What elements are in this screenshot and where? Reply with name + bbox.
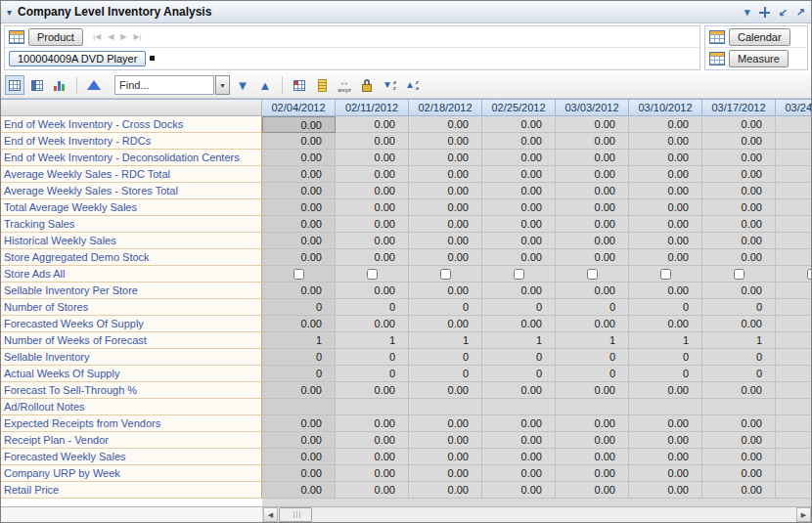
grid-cell[interactable]: 0.00 (556, 465, 629, 482)
grid-view-button[interactable] (5, 75, 24, 95)
row-header[interactable]: Sellable Inventory (1, 349, 262, 366)
grid-cell[interactable]: 0 (629, 366, 702, 382)
grid-cell[interactable]: 0 (482, 366, 556, 382)
last-member-button[interactable]: ▶| (133, 32, 141, 41)
grid-cell[interactable]: 0.00 (262, 382, 336, 399)
grid-cell[interactable]: 0.00 (336, 249, 409, 266)
grid-cell[interactable]: 0.00 (336, 316, 409, 332)
grid-cell[interactable]: 0.00 (556, 432, 629, 449)
grid-cell[interactable]: 0.00 (336, 166, 409, 183)
grid-cell[interactable]: 0.00 (262, 166, 336, 183)
menu-caret-icon[interactable]: ▾ (744, 6, 750, 19)
grid-cell[interactable]: 0.00 (556, 249, 629, 266)
grid-cell[interactable]: 0.00 (262, 183, 336, 199)
show-attributes-button[interactable] (312, 75, 332, 95)
product-dimension-icon[interactable] (9, 30, 24, 44)
grid-cell[interactable]: 0 (629, 299, 702, 316)
row-header[interactable]: Tracking Sales (1, 216, 262, 233)
grid-cell[interactable]: 0.00 (262, 199, 336, 216)
grid-cell[interactable]: 0 (702, 349, 776, 366)
grid-cell[interactable]: 0.00 (409, 415, 482, 432)
grid-cell[interactable]: 0.00 (336, 283, 409, 299)
grid-cell[interactable] (482, 399, 556, 415)
grid-cell[interactable]: 0.00 (556, 116, 629, 133)
grid-cell[interactable]: 0.00 (702, 150, 776, 166)
row-header[interactable]: Number of Stores (1, 299, 262, 316)
grid-cell[interactable]: 0.00 (336, 465, 409, 482)
grid-cell[interactable]: 1 (776, 332, 811, 349)
grid-cell[interactable]: 0.00 (409, 216, 482, 233)
grid-cell[interactable]: 0.00 (702, 415, 776, 432)
grid-cell[interactable]: 0.00 (629, 283, 702, 299)
scroll-right-icon[interactable]: ▶ (796, 507, 811, 522)
grid-cell[interactable]: 0.00 (629, 449, 702, 465)
grid-cell[interactable]: 0 (409, 349, 482, 366)
grid-cell[interactable]: 0.00 (262, 465, 336, 482)
grid-cell[interactable]: 1 (702, 332, 776, 349)
grid-cell[interactable]: 0.00 (556, 133, 629, 150)
grid-cell[interactable]: 0.00 (556, 283, 629, 299)
grid-cell[interactable]: 0.00 (336, 449, 409, 465)
row-header[interactable]: Average Weekly Sales - RDC Total (1, 166, 262, 183)
fit-width-button[interactable]: ↔ wxyz (335, 75, 354, 95)
grid-cell[interactable]: 0.00 (262, 415, 336, 432)
grid-cell[interactable]: 0.00 (702, 199, 776, 216)
grid-cell[interactable]: 0.00 (702, 482, 776, 499)
find-dropdown-icon[interactable]: ▼ (215, 75, 230, 95)
grid-cell[interactable]: 0 (702, 299, 776, 316)
grid-cell[interactable]: 0.00 (336, 233, 409, 249)
grid-cell[interactable]: 0 (262, 299, 336, 316)
graph-button[interactable] (84, 75, 104, 95)
grid-cell[interactable]: 0 (629, 349, 702, 366)
previous-member-button[interactable]: ◀ (108, 32, 113, 41)
chart-view-button[interactable] (50, 75, 69, 95)
row-header[interactable]: Forecasted Weekly Sales (1, 449, 262, 465)
grid-cell[interactable]: 0.00 (776, 415, 811, 432)
grid-cell[interactable] (336, 266, 409, 283)
grid-cell[interactable]: 0 (482, 349, 556, 366)
grid-cell[interactable]: 0.00 (702, 449, 776, 465)
grid-cell[interactable]: 0.00 (336, 183, 409, 199)
row-header[interactable]: Store Aggregated Demo Stock (1, 249, 262, 266)
grid-cell[interactable]: 0.00 (262, 116, 336, 133)
grid-cell[interactable]: 0.00 (776, 249, 811, 266)
grid-cell[interactable]: 0.00 (409, 316, 482, 332)
store-ads-checkbox[interactable] (807, 269, 812, 280)
grid-cell[interactable]: 0.00 (556, 449, 629, 465)
pivot-view-button[interactable] (27, 75, 47, 95)
grid-cell[interactable]: 0.00 (336, 415, 409, 432)
grid-cell[interactable]: 0.00 (409, 150, 482, 166)
grid-cell[interactable]: 1 (629, 332, 702, 349)
grid-cell[interactable]: 0.00 (482, 199, 556, 216)
grid-cell[interactable]: 0.00 (556, 183, 629, 199)
grid-cell[interactable]: 1 (409, 332, 482, 349)
grid-cell[interactable]: 0.00 (776, 150, 811, 166)
grid-cell[interactable]: 0.00 (629, 183, 702, 199)
first-member-button[interactable]: |◀ (93, 32, 101, 41)
grid-cell[interactable]: 0.00 (702, 116, 776, 133)
grid-cell[interactable]: 0 (776, 349, 811, 366)
sort-descending-button[interactable]: ▲ za (402, 75, 422, 95)
grid-cell[interactable]: 0.00 (702, 316, 776, 332)
grid-cell[interactable] (409, 266, 482, 283)
row-header[interactable]: Store Ads All (1, 266, 262, 283)
grid-cell[interactable]: 0 (482, 299, 556, 316)
grid-cell[interactable]: 0.00 (482, 465, 556, 482)
chip-handle-icon[interactable] (150, 56, 155, 61)
product-button[interactable]: Product (28, 28, 83, 46)
grid-cell[interactable]: 0.00 (336, 482, 409, 499)
grid-cell[interactable]: 0.00 (336, 432, 409, 449)
grid-cell[interactable]: 0 (409, 299, 482, 316)
row-header[interactable]: Forecast To Sell-Through % (1, 382, 262, 399)
grid-cell[interactable] (629, 266, 702, 283)
grid-cell[interactable]: 0.00 (482, 133, 556, 150)
grid-cell[interactable]: 0.00 (776, 283, 811, 299)
grid-cell[interactable]: 0.00 (776, 116, 811, 133)
grid-cell[interactable]: 0.00 (409, 166, 482, 183)
column-header[interactable]: 03/10/2012 (629, 100, 702, 116)
grid-cell[interactable]: 0.00 (482, 449, 556, 465)
grid-cell[interactable] (409, 399, 482, 415)
row-header[interactable]: End of Week Inventory - RDCs (1, 133, 262, 150)
grid-cell[interactable]: 0.00 (262, 133, 336, 150)
row-header[interactable]: Average Weekly Sales - Stores Total (1, 183, 262, 199)
